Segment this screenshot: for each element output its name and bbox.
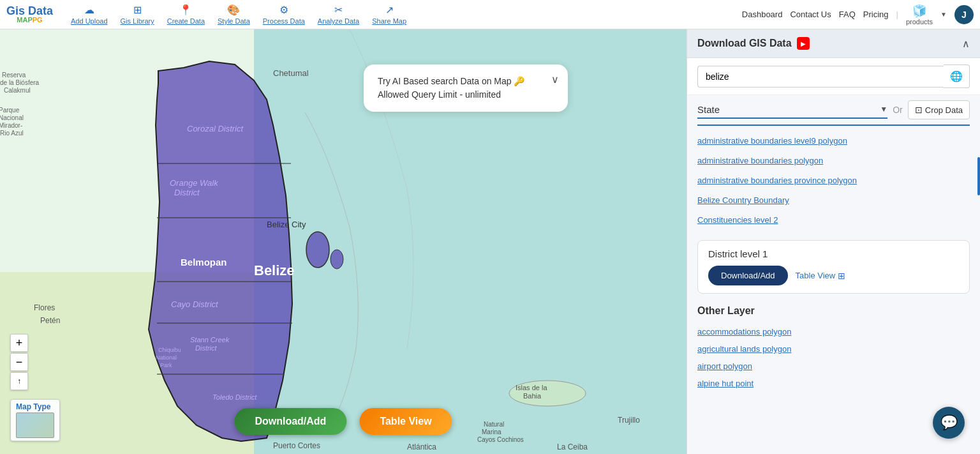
- map-container[interactable]: Corozal District Orange Walk District Be…: [0, 29, 687, 454]
- ai-tooltip-line1: Try AI Based search Data on Map 🔑: [378, 75, 554, 88]
- search-row: 🌐: [687, 58, 980, 95]
- crop-data-button[interactable]: ⊡ Crop Data: [908, 100, 970, 119]
- nav-gis-library-label: Gis Library: [121, 17, 154, 25]
- result-item-admin-polygon[interactable]: administrative boundaries polygon: [687, 151, 980, 170]
- svg-text:Calakmul: Calakmul: [4, 87, 31, 94]
- crop-label: Crop Data: [925, 105, 963, 115]
- products-label: products: [906, 18, 933, 26]
- svg-point-21: [330, 250, 343, 269]
- result-item-admin-level9[interactable]: administrative boundaries level9 polygon: [687, 131, 980, 151]
- map-controls: + − ↑: [10, 334, 28, 390]
- map-type-thumbnail: [16, 412, 54, 438]
- svg-text:de la Biósfera: de la Biósfera: [0, 79, 40, 86]
- map-type-label: Map Type: [16, 402, 54, 411]
- download-add-button-map[interactable]: Download/Add: [234, 408, 346, 435]
- svg-text:Mirador-: Mirador-: [0, 122, 22, 129]
- logo-map: MAP: [17, 17, 32, 24]
- nav-dashboard[interactable]: Dashboard: [742, 10, 783, 19]
- nav-right: Dashboard Contact Us FAQ Pricing | 🧊 pro…: [742, 4, 974, 26]
- products-button[interactable]: 🧊 products: [906, 4, 933, 26]
- create-icon: 📍: [179, 4, 192, 16]
- right-panel: Download GIS Data ▶ ∧ 🌐 State ▼ Or ⊡ Cro…: [687, 29, 980, 454]
- nav-create-data[interactable]: 📍 Create Data: [162, 3, 210, 26]
- reset-button[interactable]: ↑: [10, 372, 28, 390]
- ai-tooltip-close[interactable]: ∨: [551, 73, 559, 86]
- panel-title-row: Download GIS Data ▶: [697, 37, 810, 50]
- scroll-indicator[interactable]: [977, 157, 980, 195]
- other-layer-title: Other Layer: [687, 299, 980, 323]
- svg-text:Corozal District: Corozal District: [187, 124, 244, 133]
- chat-bubble-button[interactable]: 💬: [933, 407, 965, 439]
- svg-text:Stann Creek: Stann Creek: [190, 336, 230, 344]
- main-content: Corozal District Orange Walk District Be…: [0, 29, 980, 454]
- user-avatar[interactable]: J: [954, 5, 974, 24]
- upload-icon: ☁: [84, 4, 94, 16]
- svg-text:Rio Azul: Rio Azul: [0, 130, 24, 137]
- library-icon: ⊞: [133, 4, 142, 16]
- globe-button[interactable]: 🌐: [944, 64, 970, 88]
- nav-add-upload[interactable]: ☁ Add Upload: [66, 3, 113, 26]
- svg-text:Reserva: Reserva: [2, 72, 26, 79]
- svg-text:District: District: [195, 344, 218, 352]
- bottom-buttons: Download/Add Table View: [234, 408, 452, 435]
- zoom-in-button[interactable]: +: [10, 334, 28, 352]
- nav-contact[interactable]: Contact Us: [790, 10, 831, 19]
- other-item-alpine[interactable]: alpine hut point: [687, 375, 980, 392]
- svg-text:Toledo District: Toledo District: [212, 393, 257, 401]
- map-svg: Corozal District Orange Walk District Be…: [0, 29, 687, 454]
- other-item-airport[interactable]: airport polygon: [687, 358, 980, 375]
- results-list: administrative boundaries level9 polygon…: [687, 126, 980, 235]
- svg-text:Bahia: Bahia: [523, 392, 542, 400]
- collapse-button[interactable]: ∧: [962, 38, 970, 50]
- nav-analyze-data[interactable]: ✂ Analyze Data: [313, 3, 364, 26]
- nav-items: ☁ Add Upload ⊞ Gis Library 📍 Create Data…: [66, 3, 742, 26]
- table-view-button-map[interactable]: Table View: [359, 408, 452, 435]
- card-actions: Download/Add Table View ⊞: [708, 266, 959, 285]
- crop-icon: ⊡: [915, 105, 923, 115]
- nav-gis-library[interactable]: ⊞ Gis Library: [115, 3, 160, 26]
- nav-process-data[interactable]: ⚙ Process Data: [258, 3, 310, 26]
- nav-pricing[interactable]: Pricing: [863, 10, 889, 19]
- logo[interactable]: Gis Data MAP PG: [6, 5, 53, 24]
- products-icon: 🧊: [912, 4, 926, 18]
- svg-text:Cayos Cochinos: Cayos Cochinos: [477, 436, 524, 443]
- logo-pg: PG: [33, 17, 43, 24]
- svg-text:Islas de la: Islas de la: [516, 384, 547, 391]
- svg-text:Nacional: Nacional: [0, 114, 24, 121]
- selected-card-title: District level 1: [708, 248, 959, 259]
- ai-tooltip: ∨ Try AI Based search Data on Map 🔑 Allo…: [364, 64, 568, 112]
- svg-text:Cayo District: Cayo District: [171, 299, 219, 309]
- panel-title: Download GIS Data: [697, 38, 792, 49]
- svg-text:Marina: Marina: [482, 428, 501, 435]
- zoom-out-button[interactable]: −: [10, 353, 28, 371]
- result-item-constituencies[interactable]: Constituencies level 2: [687, 210, 980, 230]
- nav-share-map[interactable]: ↗ Share Map: [367, 3, 412, 26]
- filter-row: State ▼ Or ⊡ Crop Data: [687, 95, 980, 125]
- products-dropdown-arrow[interactable]: ▼: [940, 11, 947, 18]
- download-add-button-panel[interactable]: Download/Add: [708, 266, 788, 285]
- svg-text:Belize City: Belize City: [267, 220, 306, 229]
- result-item-admin-province[interactable]: administrative boundaries province polyg…: [687, 170, 980, 190]
- nav-process-data-label: Process Data: [263, 17, 305, 25]
- other-item-agricultural[interactable]: agricultural lands polygon: [687, 340, 980, 358]
- svg-text:Chiquibu: Chiquibu: [158, 347, 181, 353]
- other-item-accommodations[interactable]: accommodations polygon: [687, 323, 980, 340]
- nav-faq[interactable]: FAQ: [839, 10, 856, 19]
- svg-text:District: District: [174, 188, 200, 197]
- search-input[interactable]: [697, 66, 944, 87]
- nav-analyze-data-label: Analyze Data: [318, 17, 359, 25]
- logo-gis: Gis Data: [6, 5, 53, 17]
- nav-style-data[interactable]: 🎨 Style Data: [212, 3, 255, 26]
- svg-text:Flores: Flores: [34, 303, 55, 312]
- table-view-link[interactable]: Table View ⊞: [796, 271, 846, 281]
- svg-text:Park: Park: [160, 362, 172, 368]
- analyze-icon: ✂: [334, 4, 343, 16]
- map-type-box[interactable]: Map Type: [10, 399, 60, 441]
- svg-text:Puerto Cortes: Puerto Cortes: [273, 441, 320, 450]
- or-label: Or: [893, 105, 903, 115]
- result-item-belize-boundary[interactable]: Belize Country Boundary: [687, 190, 980, 210]
- state-dropdown-icon[interactable]: ▼: [880, 105, 887, 114]
- svg-text:Trujillo: Trujillo: [618, 416, 640, 425]
- youtube-icon[interactable]: ▶: [797, 37, 810, 50]
- selected-item-card: District level 1 Download/Add Table View…: [697, 240, 970, 294]
